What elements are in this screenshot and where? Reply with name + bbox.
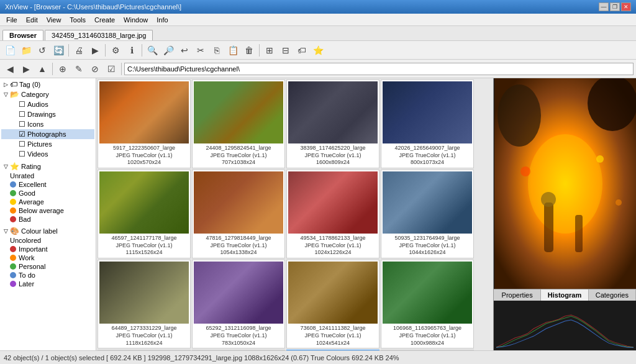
preview-artwork [494,78,636,289]
sidebar-item-unrated[interactable]: Unrated [1,171,94,180]
print-button[interactable]: 🖨 [71,43,86,57]
thumbnail-item-14[interactable]: 160022_1205695844_la... JPEG TrueColor (… [192,350,285,350]
thumbnail-item-2[interactable]: 24408_1295824541_large JPEG TrueColor (v… [192,80,285,168]
sort-button[interactable]: ⊟ [278,43,293,57]
thumbnail-image-1 [99,81,189,143]
sidebar-item-important[interactable]: Important [1,245,94,253]
menu-file[interactable]: File [2,16,21,24]
settings-button[interactable]: ⚙ [108,43,123,57]
thumbnail-item-16[interactable]: 193080_1180812449_la... JPEG TrueColor (… [381,350,474,350]
thumbnail-item-13[interactable]: 125841_1166714058_la... JPEG TrueColor (… [98,350,191,350]
rating-toggle-icon: ▽ [1,163,10,170]
sidebar-item-videos[interactable]: ☐ Videos [1,149,94,159]
sidebar-item-personal[interactable]: Personal [1,262,94,271]
slideshow-button[interactable]: ▶ [88,43,102,57]
sidebar-item-excellent[interactable]: Excellent [1,180,94,189]
thumbnail-item-11[interactable]: 73608_1241111382_large JPEG TrueColor (v… [286,260,379,348]
nav-forward-button[interactable]: ▶ [19,62,34,76]
bookmark-button[interactable]: ⊕ [55,62,70,76]
preview-tab-categories[interactable]: Categories [589,289,636,301]
thumbnail-image-3 [288,81,378,143]
menu-edit[interactable]: Edit [22,16,42,24]
sidebar-item-drawings[interactable]: ☐ Drawings [1,109,94,119]
thumbnail-item-5[interactable]: 46597_1241177178_large JPEG TrueColor (v… [98,170,191,258]
sidebar-item-rating[interactable]: ▽ ⭐ Rating [1,162,94,171]
thumbnail-item-7[interactable]: 49534_1178862133_large JPEG TrueColor (v… [286,170,379,258]
sidebar-item-later[interactable]: Later [1,280,94,288]
thumbnail-item-12[interactable]: 106968_1163965763_large JPEG TrueColor (… [381,260,474,348]
sidebar-item-uncolored[interactable]: Uncolored [1,236,94,245]
nav-up-button[interactable]: ▲ [35,62,50,76]
drawings-label: Drawings [27,111,56,118]
thumbnail-image-10 [194,262,283,324]
view-mode-button[interactable]: ⊞ [262,43,277,57]
copy-button[interactable]: ⎘ [209,43,224,57]
maximize-button[interactable]: ❐ [610,2,620,11]
separator2 [105,44,106,57]
new-button[interactable]: 📄 [2,43,17,57]
main-content: ▷ 🏷 Tag (0) ▽ 📂 Category ☐ Audios ☐ Draw… [0,78,636,350]
cut-button[interactable]: ✂ [193,43,208,57]
sidebar-item-icons[interactable]: ☐ Icons [1,119,94,129]
star-button[interactable]: ⭐ [311,43,325,57]
thumbnail-item-1[interactable]: 5917_1222350607_large JPEG TrueColor (v1… [98,80,191,168]
thumbnail-label-12: 106968_1163965763_large JPEG TrueColor (… [393,325,461,347]
sidebar-item-pictures[interactable]: ☐ Pictures [1,139,94,149]
back-button[interactable]: ↺ [35,43,50,57]
thumbnail-item-8[interactable]: 50935_1231764949_large JPEG TrueColor (v… [381,170,474,258]
thumbnail-item-6[interactable]: 47816_1279818449_large JPEG TrueColor (v… [192,170,285,258]
preview-image [494,78,636,289]
thumbnail-grid[interactable]: 5917_1222350607_large JPEG TrueColor (v1… [96,78,493,350]
nav-back-button[interactable]: ◀ [2,62,17,76]
sidebar-item-todo[interactable]: To do [1,271,94,280]
sidebar-item-work[interactable]: Work [1,253,94,262]
menu-create[interactable]: Create [91,16,119,24]
paste-button[interactable]: 📋 [225,43,240,57]
preview-tab-histogram[interactable]: Histogram [541,289,588,301]
close-button[interactable]: ✕ [621,2,631,11]
sidebar-item-average[interactable]: Average [1,198,94,206]
separator3 [142,44,142,57]
zoom-out-button[interactable]: 🔎 [161,43,176,57]
select-button[interactable]: ☑ [104,62,119,76]
separator6 [121,63,122,75]
thumbnail-item-9[interactable]: 64489_1273331229_large JPEG TrueColor (v… [98,260,191,348]
thumbnail-item-15[interactable]: 192998_1279734291_la... JPEG TrueColor (… [286,350,379,350]
sidebar-item-below-average[interactable]: Below average [1,206,94,215]
menu-view[interactable]: View [43,16,65,24]
tab-browser[interactable]: Browser [2,30,43,40]
tab-image[interactable]: 342459_1314603188_large.jpg [45,30,153,40]
menu-tools[interactable]: Tools [66,16,89,24]
videos-label: Videos [27,150,48,158]
rename-button[interactable]: ⊘ [88,62,102,76]
thumbnail-label-10: 65292_1312116098_large JPEG TrueColor (v… [206,325,271,347]
address-input[interactable] [124,63,634,75]
zoom-in-button[interactable]: 🔍 [145,43,160,57]
thumbnail-item-4[interactable]: 42026_1265649007_large JPEG TrueColor (v… [381,80,474,168]
filter-button[interactable]: 🏷 [294,43,309,57]
sidebar-item-good[interactable]: Good [1,189,94,198]
rating-icon: ⭐ [10,162,19,171]
sidebar-item-tag[interactable]: ▷ 🏷 Tag (0) [1,80,94,89]
sidebar-item-photographs[interactable]: ☑ Photographs [1,129,94,139]
refresh-button[interactable]: 🔄 [51,43,66,57]
preview-tab-properties[interactable]: Properties [494,289,541,301]
info-button[interactable]: ℹ [124,43,139,57]
rotate-button[interactable]: ↩ [177,43,192,57]
open-button[interactable]: 📁 [19,43,34,57]
delete-button[interactable]: 🗑 [242,43,257,57]
sidebar-item-bad[interactable]: Bad [1,215,94,224]
svg-rect-6 [575,215,583,252]
thumbnail-item-3[interactable]: 38398_1174625220_large JPEG TrueColor (v… [286,80,379,168]
thumbnail-item-10[interactable]: 65292_1312116098_large JPEG TrueColor (v… [192,260,285,348]
edit-path-button[interactable]: ✎ [71,62,86,76]
menu-window[interactable]: Window [120,16,152,24]
minimize-button[interactable]: — [599,2,609,11]
menu-info[interactable]: Info [153,16,171,24]
category-label: Category [21,91,49,98]
sidebar-item-category[interactable]: ▽ 📂 Category [1,89,94,99]
sidebar-item-audios[interactable]: ☐ Audios [1,99,94,109]
svg-point-1 [497,84,541,147]
good-dot [10,190,16,196]
sidebar-item-colour[interactable]: ▽ 🎨 Colour label [1,226,94,236]
